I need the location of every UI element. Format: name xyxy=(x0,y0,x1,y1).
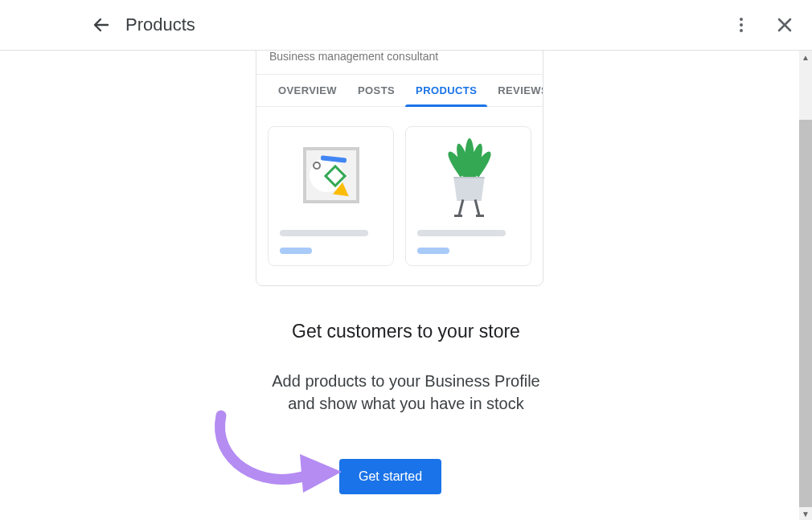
content-panel: Business management consultant OVERVIEW … xyxy=(0,51,812,520)
close-icon[interactable] xyxy=(775,15,794,35)
svg-point-3 xyxy=(740,29,743,32)
tab-posts[interactable]: POSTS xyxy=(347,75,405,106)
scroll-down-icon[interactable]: ▼ xyxy=(799,507,812,520)
preview-tabs: OVERVIEW POSTS PRODUCTS REVIEWS xyxy=(256,74,543,107)
promo-subtext: and show what you have in stock xyxy=(0,395,812,413)
annotation-arrow-icon xyxy=(213,412,350,509)
promo-subtext: Add products to your Business Profile xyxy=(0,372,812,391)
promo-headline: Get customers to your store xyxy=(0,321,812,342)
business-category-label: Business management consultant xyxy=(256,51,543,74)
svg-point-2 xyxy=(740,23,743,27)
scroll-up-icon[interactable]: ▲ xyxy=(799,51,812,63)
scrollbar-thumb[interactable] xyxy=(799,120,812,507)
placeholder-line xyxy=(280,248,312,254)
placeholder-line xyxy=(280,230,368,236)
svg-marker-6 xyxy=(300,454,342,493)
placeholder-line xyxy=(417,248,449,254)
get-started-button[interactable]: Get started xyxy=(339,459,441,494)
svg-point-1 xyxy=(740,18,743,21)
product-card-placeholder xyxy=(405,126,531,266)
more-vert-icon[interactable] xyxy=(732,15,751,35)
placeholder-line xyxy=(417,230,506,236)
product-card-previews xyxy=(256,107,543,285)
tab-overview[interactable]: OVERVIEW xyxy=(268,75,347,106)
back-arrow-icon[interactable] xyxy=(92,15,111,35)
picture-frame-icon xyxy=(280,140,382,211)
header-actions xyxy=(732,15,794,35)
page-title: Products xyxy=(125,14,195,35)
dialog-header: Products xyxy=(0,0,812,51)
product-card-placeholder xyxy=(268,126,394,266)
profile-preview-card: Business management consultant OVERVIEW … xyxy=(256,51,543,286)
tab-reviews[interactable]: REVIEWS xyxy=(487,75,543,106)
plant-icon xyxy=(417,140,519,211)
tab-products[interactable]: PRODUCTS xyxy=(405,75,487,106)
